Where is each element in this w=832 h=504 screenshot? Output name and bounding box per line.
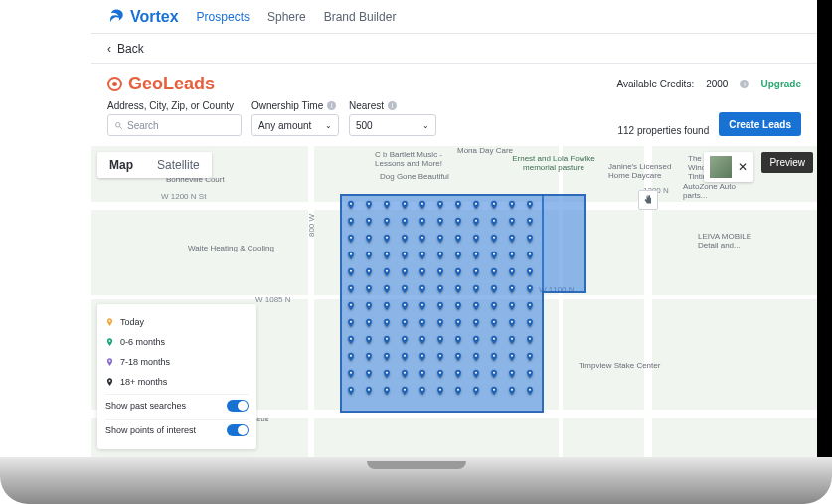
- property-pin[interactable]: [364, 265, 374, 279]
- property-pin[interactable]: [400, 265, 410, 279]
- property-pin[interactable]: [453, 367, 463, 381]
- property-pin[interactable]: [364, 232, 374, 246]
- property-pin[interactable]: [525, 232, 535, 246]
- property-pin[interactable]: [525, 215, 535, 229]
- create-leads-button[interactable]: Create Leads: [719, 112, 801, 136]
- toggle-past-searches[interactable]: [227, 400, 249, 412]
- property-pin[interactable]: [507, 333, 517, 347]
- property-pin[interactable]: [346, 316, 356, 330]
- tab-map[interactable]: Map: [97, 152, 145, 178]
- property-pin[interactable]: [382, 350, 392, 364]
- property-pin[interactable]: [489, 350, 499, 364]
- property-pin[interactable]: [435, 249, 445, 262]
- search-input[interactable]: Search: [107, 114, 242, 136]
- property-pin[interactable]: [435, 367, 445, 381]
- nav-brand-builder[interactable]: Brand Builder: [324, 10, 397, 24]
- property-pin[interactable]: [507, 299, 517, 313]
- property-pin[interactable]: [435, 232, 445, 246]
- property-pin[interactable]: [417, 350, 427, 364]
- property-pin[interactable]: [364, 384, 374, 398]
- property-pin[interactable]: [435, 198, 445, 212]
- property-pin[interactable]: [435, 316, 445, 330]
- property-pin[interactable]: [346, 215, 356, 229]
- property-pin[interactable]: [471, 333, 481, 347]
- property-pin[interactable]: [525, 367, 535, 381]
- property-pin[interactable]: [489, 249, 499, 262]
- property-pin[interactable]: [453, 249, 463, 262]
- property-pin[interactable]: [453, 265, 463, 279]
- property-pin[interactable]: [364, 249, 374, 262]
- property-pin[interactable]: [417, 232, 427, 246]
- property-pin[interactable]: [471, 384, 481, 398]
- property-pin[interactable]: [507, 215, 517, 229]
- property-pin[interactable]: [417, 367, 427, 381]
- property-pin[interactable]: [346, 232, 356, 246]
- property-pin[interactable]: [346, 384, 356, 398]
- property-pin[interactable]: [382, 367, 392, 381]
- property-pin[interactable]: [489, 232, 499, 246]
- ownership-select[interactable]: Any amount ⌄: [251, 114, 339, 136]
- property-pin[interactable]: [489, 299, 499, 313]
- property-pin[interactable]: [400, 299, 410, 313]
- property-pin[interactable]: [417, 215, 427, 229]
- property-pin[interactable]: [346, 367, 356, 381]
- property-pin[interactable]: [489, 198, 499, 212]
- property-pin[interactable]: [400, 249, 410, 262]
- info-icon[interactable]: i: [740, 80, 749, 88]
- property-pin[interactable]: [453, 215, 463, 229]
- property-pin[interactable]: [471, 367, 481, 381]
- property-pin[interactable]: [471, 249, 481, 262]
- back-button[interactable]: ‹ Back: [91, 34, 817, 64]
- property-pin[interactable]: [471, 198, 481, 212]
- property-pin[interactable]: [507, 384, 517, 398]
- property-pin[interactable]: [507, 249, 517, 262]
- property-pin[interactable]: [471, 350, 481, 364]
- property-pin[interactable]: [507, 282, 517, 296]
- property-pin[interactable]: [364, 198, 374, 212]
- property-pin[interactable]: [435, 282, 445, 296]
- property-pin[interactable]: [525, 198, 535, 212]
- property-pin[interactable]: [382, 316, 392, 330]
- property-pin[interactable]: [417, 249, 427, 262]
- nearest-select[interactable]: 500 ⌄: [349, 114, 436, 136]
- property-pin[interactable]: [435, 333, 445, 347]
- property-pin[interactable]: [400, 282, 410, 296]
- property-pin[interactable]: [525, 282, 535, 296]
- info-icon[interactable]: i: [388, 101, 397, 110]
- property-pin[interactable]: [400, 198, 410, 212]
- property-pin[interactable]: [400, 367, 410, 381]
- property-pin[interactable]: [400, 215, 410, 229]
- property-pin[interactable]: [489, 384, 499, 398]
- property-pin[interactable]: [382, 282, 392, 296]
- property-pin[interactable]: [507, 232, 517, 246]
- property-pin[interactable]: [489, 215, 499, 229]
- preview-button[interactable]: Preview: [761, 152, 813, 173]
- property-pin[interactable]: [453, 232, 463, 246]
- property-pin[interactable]: [382, 215, 392, 229]
- property-pin[interactable]: [453, 333, 463, 347]
- property-pin[interactable]: [525, 265, 535, 279]
- property-pin[interactable]: [471, 316, 481, 330]
- property-pin[interactable]: [382, 299, 392, 313]
- property-pin[interactable]: [489, 316, 499, 330]
- property-pin[interactable]: [382, 384, 392, 398]
- property-pin[interactable]: [382, 249, 392, 262]
- property-pin[interactable]: [400, 333, 410, 347]
- close-icon[interactable]: ✕: [738, 160, 748, 174]
- property-pin[interactable]: [346, 350, 356, 364]
- property-pin[interactable]: [453, 316, 463, 330]
- property-pin[interactable]: [453, 350, 463, 364]
- property-pin[interactable]: [417, 198, 427, 212]
- property-pin[interactable]: [507, 265, 517, 279]
- property-pin[interactable]: [417, 384, 427, 398]
- property-pin[interactable]: [525, 350, 535, 364]
- toggle-poi[interactable]: [227, 424, 249, 436]
- property-pin[interactable]: [471, 265, 481, 279]
- property-pin[interactable]: [435, 215, 445, 229]
- property-pin[interactable]: [471, 215, 481, 229]
- property-pin[interactable]: [507, 367, 517, 381]
- property-pin[interactable]: [364, 316, 374, 330]
- property-pin[interactable]: [417, 316, 427, 330]
- property-pin[interactable]: [471, 282, 481, 296]
- property-pin[interactable]: [525, 249, 535, 262]
